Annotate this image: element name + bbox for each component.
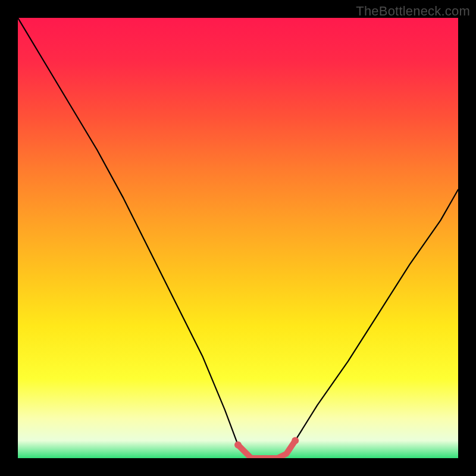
highlight-start-dot [234,441,242,449]
highlight-flat-zone-path [238,440,295,458]
watermark-text: TheBottleneck.com [356,4,470,19]
plot-area [18,18,458,458]
highlight-end-dot [292,437,299,444]
curve-overlay [18,18,458,458]
bottleneck-curve-path [18,18,458,458]
chart-frame: TheBottleneck.com [0,0,476,476]
